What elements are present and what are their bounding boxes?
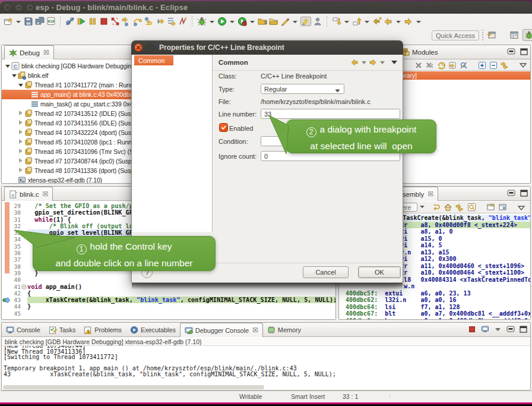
tree-expander-icon[interactable] (11, 73, 17, 78)
dialog-close-button[interactable] (134, 43, 142, 52)
console-tab-executables[interactable]: Executables (126, 323, 180, 337)
disassembly-line[interactable]: retw.n (339, 283, 530, 290)
window-close-button[interactable] (4, 4, 11, 11)
new-wizard-dropdown-icon[interactable] (15, 17, 22, 26)
console-output[interactable]: [New Thread 1073408744] [New Thread 1073… (2, 346, 530, 390)
instruction-stepping-icon[interactable]: i (156, 17, 165, 26)
console-tab-debugger-console[interactable]: Debugger Console☒ (180, 323, 263, 337)
tab-debug[interactable]: Debug ☒ (4, 45, 54, 59)
nav-forward-icon[interactable] (369, 59, 377, 67)
cancel-button[interactable]: Cancel (303, 266, 349, 278)
debug-dropdown-icon[interactable] (208, 17, 216, 26)
remove-all-icon[interactable] (426, 61, 434, 70)
close-tab-icon[interactable]: ☒ (43, 49, 49, 56)
tab-modules[interactable]: Modules (397, 45, 442, 59)
back-dropdown-icon[interactable] (395, 17, 402, 26)
open-folder-icon[interactable] (269, 17, 278, 26)
forward-icon[interactable] (404, 17, 413, 26)
next-annotation-icon[interactable] (332, 17, 341, 26)
back-dropdown-icon[interactable] (362, 61, 366, 65)
close-tab-icon[interactable]: ☒ (252, 326, 258, 334)
terminate-console-icon[interactable] (468, 325, 476, 333)
forward-dropdown-icon[interactable] (415, 17, 422, 26)
console-tab-problems[interactable]: Problems (80, 323, 126, 337)
resume-icon[interactable] (77, 17, 86, 26)
skip-breakpoints-icon[interactable] (65, 17, 75, 26)
close-tab-icon[interactable]: ☒ (43, 190, 49, 198)
new-wizard-icon[interactable] (4, 17, 13, 26)
nav-back-icon[interactable] (351, 59, 359, 67)
mark-occurrences-icon[interactable] (300, 17, 311, 26)
modules-minimize-icon[interactable] (507, 48, 515, 55)
console-dropdown-icon[interactable] (494, 325, 502, 333)
back-icon[interactable] (384, 17, 393, 26)
disassembly-maximize-icon[interactable] (520, 190, 528, 197)
track-expression-icon[interactable] (467, 203, 476, 212)
load-symbols-icon[interactable] (448, 61, 457, 70)
horizontal-scrollbar[interactable] (3, 385, 264, 389)
view-menu-icon[interactable] (519, 61, 527, 70)
tree-expander-icon[interactable] (18, 130, 24, 136)
expand-all-icon[interactable] (478, 61, 486, 70)
disassembly-line[interactable]: 400dbc62:l32i.na0, a0, 16 (339, 297, 530, 304)
open-perspective-icon[interactable] (487, 30, 496, 40)
refresh-view-icon[interactable] (432, 203, 441, 212)
maximize-icon[interactable] (520, 326, 527, 333)
last-edit-location-icon[interactable] (372, 17, 382, 26)
cpp-perspective-icon[interactable] (509, 30, 519, 40)
link-with-debug-icon[interactable] (501, 61, 509, 70)
forward-dropdown-icon[interactable] (380, 61, 385, 65)
console-tab-tasks[interactable]: Tasks (45, 323, 80, 337)
console-tab-memory[interactable]: Memory (263, 323, 305, 337)
code-line[interactable]: 42{ (2, 290, 335, 297)
previous-annotation-dropdown-icon[interactable] (363, 17, 370, 26)
code-line[interactable]: 43 xTaskCreate(&blink_task, "blink_task"… (2, 297, 335, 303)
modules-maximize-icon[interactable] (520, 48, 528, 55)
dialog-titlebar[interactable]: Properties for C/C++ Line Breakpoint (131, 40, 403, 55)
disassembly-line[interactable]: 400dbc5f:extuia6, a0, 23, 13 (339, 290, 530, 297)
type-select[interactable]: Regular (261, 84, 344, 94)
step-return-icon[interactable] (144, 17, 154, 26)
display-console-icon[interactable] (481, 325, 489, 333)
close-tab-icon[interactable]: ☒ (428, 190, 433, 198)
dialog-minimize-button[interactable] (145, 43, 154, 52)
collapse-all-icon[interactable] (489, 61, 498, 70)
run-dropdown-icon[interactable] (229, 17, 236, 26)
terminate-icon[interactable] (99, 17, 109, 26)
annotate-icon[interactable] (280, 17, 290, 26)
external-tools-dropdown-icon[interactable] (249, 17, 256, 26)
binary-icon[interactable]: 010 (46, 17, 56, 26)
external-tools-icon[interactable] (238, 17, 247, 26)
sidebar-item-common[interactable]: Common (134, 55, 173, 65)
previous-annotation-icon[interactable] (352, 17, 362, 26)
window-maximize-button[interactable] (26, 4, 34, 11)
debug-perspective-icon[interactable] (524, 30, 532, 40)
pin-view-icon[interactable] (498, 203, 507, 212)
remove-icon[interactable] (414, 61, 423, 70)
refresh-icon[interactable] (437, 61, 445, 70)
link-source-icon[interactable] (455, 203, 464, 212)
location-dropdown-icon[interactable] (419, 202, 426, 210)
tree-expander-icon[interactable] (18, 111, 24, 117)
annotate-dropdown-icon[interactable] (292, 17, 299, 26)
trace-icon[interactable] (178, 17, 188, 26)
view-menu-icon[interactable] (391, 61, 397, 65)
filter-icon[interactable] (460, 61, 468, 70)
minimize-icon[interactable] (506, 326, 515, 333)
console-tab-console[interactable]: Console (2, 323, 45, 337)
tree-expander-icon[interactable] (18, 168, 24, 174)
view-menu-icon2[interactable] (517, 203, 525, 212)
fold-collapse-icon[interactable] (21, 284, 27, 289)
use-step-filters-icon[interactable] (167, 17, 176, 26)
save-all-icon[interactable] (35, 17, 45, 26)
tree-expander-icon[interactable] (18, 139, 24, 145)
tree-expander-icon[interactable] (5, 63, 11, 69)
run-icon[interactable] (217, 17, 227, 26)
modules-selected-row[interactable]: blink.elf [shared library] (388, 71, 530, 80)
code-line[interactable]: 41void app_main() (2, 284, 335, 290)
disassembly-minimize-icon[interactable] (507, 190, 515, 197)
step-into-icon[interactable] (122, 17, 131, 26)
home-icon[interactable] (444, 203, 452, 212)
enabled-checkbox[interactable] (219, 123, 228, 132)
window-minimize-button[interactable] (15, 4, 23, 11)
